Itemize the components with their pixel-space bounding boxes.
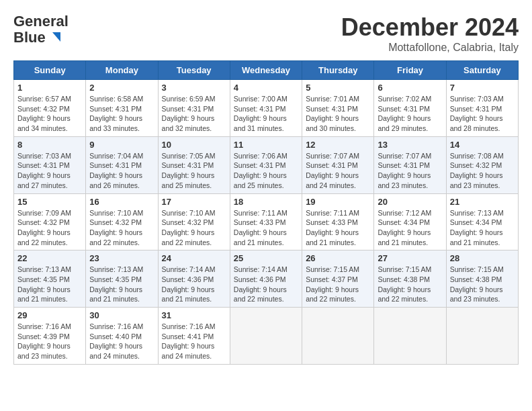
calendar-header-saturday: Saturday — [446, 61, 518, 80]
page-subtitle: Mottafollone, Calabria, Italy — [341, 42, 519, 54]
calendar-cell: 16Sunrise: 7:10 AM Sunset: 4:32 PM Dayli… — [86, 193, 158, 250]
calendar-cell: 31Sunrise: 7:16 AM Sunset: 4:41 PM Dayli… — [158, 308, 230, 365]
calendar-week-row: 29Sunrise: 7:16 AM Sunset: 4:39 PM Dayli… — [14, 308, 519, 365]
day-number: 2 — [89, 83, 154, 93]
day-info: Sunrise: 6:57 AM Sunset: 4:32 PM Dayligh… — [17, 94, 82, 134]
day-number: 12 — [306, 140, 370, 150]
calendar-cell: 3Sunrise: 6:59 AM Sunset: 4:31 PM Daylig… — [158, 80, 230, 137]
calendar-cell: 18Sunrise: 7:11 AM Sunset: 4:33 PM Dayli… — [230, 193, 302, 250]
calendar-cell: 20Sunrise: 7:12 AM Sunset: 4:34 PM Dayli… — [374, 193, 446, 250]
logo-blue: Blue — [13, 30, 46, 46]
day-info: Sunrise: 7:06 AM Sunset: 4:31 PM Dayligh… — [234, 151, 298, 191]
day-info: Sunrise: 6:58 AM Sunset: 4:31 PM Dayligh… — [89, 94, 154, 134]
calendar-header-friday: Friday — [374, 61, 446, 80]
day-info: Sunrise: 7:07 AM Sunset: 4:31 PM Dayligh… — [378, 151, 442, 191]
day-info: Sunrise: 7:10 AM Sunset: 4:32 PM Dayligh… — [162, 208, 226, 248]
calendar-cell: 29Sunrise: 7:16 AM Sunset: 4:39 PM Dayli… — [14, 308, 86, 365]
day-number: 31 — [162, 310, 226, 320]
day-number: 14 — [450, 140, 515, 150]
calendar-cell: 21Sunrise: 7:13 AM Sunset: 4:34 PM Dayli… — [446, 193, 518, 250]
day-number: 26 — [306, 253, 370, 263]
day-number: 9 — [89, 140, 154, 150]
calendar-header-tuesday: Tuesday — [158, 61, 230, 80]
calendar-cell: 8Sunrise: 7:03 AM Sunset: 4:31 PM Daylig… — [14, 136, 86, 193]
day-info: Sunrise: 7:01 AM Sunset: 4:31 PM Dayligh… — [306, 94, 370, 134]
logo-icon — [47, 31, 60, 44]
calendar-cell: 24Sunrise: 7:14 AM Sunset: 4:36 PM Dayli… — [158, 250, 230, 308]
day-number: 20 — [378, 197, 442, 207]
day-info: Sunrise: 6:59 AM Sunset: 4:31 PM Dayligh… — [162, 94, 226, 134]
day-number: 22 — [17, 253, 82, 263]
day-info: Sunrise: 7:16 AM Sunset: 4:40 PM Dayligh… — [89, 322, 154, 361]
day-info: Sunrise: 7:13 AM Sunset: 4:35 PM Dayligh… — [89, 265, 154, 304]
day-number: 5 — [306, 83, 370, 93]
calendar-header-sunday: Sunday — [14, 61, 86, 80]
day-info: Sunrise: 7:10 AM Sunset: 4:32 PM Dayligh… — [89, 208, 154, 248]
day-info: Sunrise: 7:15 AM Sunset: 4:38 PM Dayligh… — [378, 265, 442, 304]
day-number: 7 — [450, 83, 515, 93]
day-info: Sunrise: 7:11 AM Sunset: 4:33 PM Dayligh… — [234, 208, 298, 248]
day-number: 21 — [450, 197, 515, 207]
day-info: Sunrise: 7:07 AM Sunset: 4:31 PM Dayligh… — [306, 151, 370, 191]
day-info: Sunrise: 7:08 AM Sunset: 4:32 PM Dayligh… — [450, 151, 515, 191]
calendar-cell: 22Sunrise: 7:13 AM Sunset: 4:35 PM Dayli… — [14, 250, 86, 308]
day-info: Sunrise: 7:03 AM Sunset: 4:31 PM Dayligh… — [450, 94, 515, 134]
page-header: General Blue December 2024 Mottafollone,… — [13, 13, 519, 54]
title-area: December 2024 Mottafollone, Calabria, It… — [341, 13, 519, 54]
day-info: Sunrise: 7:16 AM Sunset: 4:39 PM Dayligh… — [17, 322, 82, 361]
calendar-cell: 15Sunrise: 7:09 AM Sunset: 4:32 PM Dayli… — [14, 193, 86, 250]
calendar-cell — [446, 308, 518, 365]
calendar-cell: 11Sunrise: 7:06 AM Sunset: 4:31 PM Dayli… — [230, 136, 302, 193]
calendar-header-thursday: Thursday — [302, 61, 374, 80]
calendar-cell: 27Sunrise: 7:15 AM Sunset: 4:38 PM Dayli… — [374, 250, 446, 308]
calendar-cell: 25Sunrise: 7:14 AM Sunset: 4:36 PM Dayli… — [230, 250, 302, 308]
calendar-cell: 2Sunrise: 6:58 AM Sunset: 4:31 PM Daylig… — [86, 80, 158, 137]
day-info: Sunrise: 7:02 AM Sunset: 4:31 PM Dayligh… — [378, 94, 442, 134]
day-info: Sunrise: 7:16 AM Sunset: 4:41 PM Dayligh… — [162, 322, 226, 361]
calendar-cell: 9Sunrise: 7:04 AM Sunset: 4:31 PM Daylig… — [86, 136, 158, 193]
calendar-cell: 14Sunrise: 7:08 AM Sunset: 4:32 PM Dayli… — [446, 136, 518, 193]
calendar-cell: 5Sunrise: 7:01 AM Sunset: 4:31 PM Daylig… — [302, 80, 374, 137]
svg-marker-0 — [52, 32, 60, 42]
calendar-header-wednesday: Wednesday — [230, 61, 302, 80]
day-number: 15 — [17, 197, 82, 207]
day-number: 1 — [17, 83, 82, 93]
day-info: Sunrise: 7:12 AM Sunset: 4:34 PM Dayligh… — [378, 208, 442, 248]
page-title: December 2024 — [341, 13, 519, 42]
calendar-cell: 17Sunrise: 7:10 AM Sunset: 4:32 PM Dayli… — [158, 193, 230, 250]
day-number: 6 — [378, 83, 442, 93]
day-info: Sunrise: 7:00 AM Sunset: 4:31 PM Dayligh… — [234, 94, 298, 134]
calendar-week-row: 8Sunrise: 7:03 AM Sunset: 4:31 PM Daylig… — [14, 136, 519, 193]
calendar-cell — [374, 308, 446, 365]
day-number: 30 — [89, 310, 154, 320]
logo-general: General — [13, 13, 69, 30]
day-info: Sunrise: 7:03 AM Sunset: 4:31 PM Dayligh… — [17, 151, 82, 191]
day-number: 8 — [17, 140, 82, 150]
day-info: Sunrise: 7:13 AM Sunset: 4:34 PM Dayligh… — [450, 208, 515, 248]
calendar-week-row: 15Sunrise: 7:09 AM Sunset: 4:32 PM Dayli… — [14, 193, 519, 250]
day-number: 18 — [234, 197, 298, 207]
calendar-cell: 1Sunrise: 6:57 AM Sunset: 4:32 PM Daylig… — [14, 80, 86, 137]
calendar-week-row: 22Sunrise: 7:13 AM Sunset: 4:35 PM Dayli… — [14, 250, 519, 308]
day-info: Sunrise: 7:14 AM Sunset: 4:36 PM Dayligh… — [162, 265, 226, 304]
day-number: 17 — [162, 197, 226, 207]
day-number: 11 — [234, 140, 298, 150]
calendar-cell: 12Sunrise: 7:07 AM Sunset: 4:31 PM Dayli… — [302, 136, 374, 193]
calendar-cell: 13Sunrise: 7:07 AM Sunset: 4:31 PM Dayli… — [374, 136, 446, 193]
day-info: Sunrise: 7:13 AM Sunset: 4:35 PM Dayligh… — [17, 265, 82, 304]
day-number: 23 — [89, 253, 154, 263]
calendar-cell: 26Sunrise: 7:15 AM Sunset: 4:37 PM Dayli… — [302, 250, 374, 308]
calendar-cell: 10Sunrise: 7:05 AM Sunset: 4:31 PM Dayli… — [158, 136, 230, 193]
day-number: 29 — [17, 310, 82, 320]
day-info: Sunrise: 7:09 AM Sunset: 4:32 PM Dayligh… — [17, 208, 82, 248]
day-info: Sunrise: 7:14 AM Sunset: 4:36 PM Dayligh… — [234, 265, 298, 304]
day-info: Sunrise: 7:15 AM Sunset: 4:38 PM Dayligh… — [450, 265, 515, 304]
calendar-week-row: 1Sunrise: 6:57 AM Sunset: 4:32 PM Daylig… — [14, 80, 519, 137]
day-info: Sunrise: 7:15 AM Sunset: 4:37 PM Dayligh… — [306, 265, 370, 304]
day-info: Sunrise: 7:05 AM Sunset: 4:31 PM Dayligh… — [162, 151, 226, 191]
calendar-header-monday: Monday — [86, 61, 158, 80]
calendar-header-row: SundayMondayTuesdayWednesdayThursdayFrid… — [14, 61, 519, 80]
calendar-cell — [230, 308, 302, 365]
calendar-cell: 6Sunrise: 7:02 AM Sunset: 4:31 PM Daylig… — [374, 80, 446, 137]
calendar-cell: 28Sunrise: 7:15 AM Sunset: 4:38 PM Dayli… — [446, 250, 518, 308]
